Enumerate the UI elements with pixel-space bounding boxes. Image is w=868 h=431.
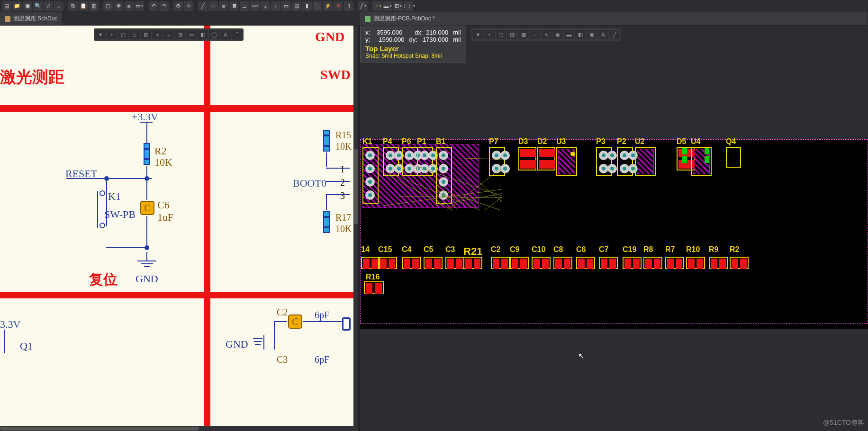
component-r8[interactable]	[643, 257, 662, 269]
filter-sheetentry-icon[interactable]: ◧	[198, 30, 208, 39]
component-r16[interactable]	[364, 281, 384, 294]
schematic-editor[interactable]: 激光测距 GND SWD +3.3V R2 10K RESET K1 SW-PB	[0, 26, 358, 431]
filter-circle-icon[interactable]: ◯	[209, 30, 219, 39]
component-c6[interactable]: C	[140, 201, 154, 215]
tool-zoom-icon[interactable]: 🔍	[33, 1, 43, 11]
component-d2[interactable]	[537, 147, 555, 171]
component-p3[interactable]	[596, 147, 612, 176]
pcb-filter-funnel-icon[interactable]: ▼	[473, 30, 483, 39]
tool-stack-icon[interactable]: ▥	[89, 1, 99, 11]
tool-zoom-fit-icon[interactable]: ⤢	[44, 1, 53, 11]
component-p1[interactable]	[417, 147, 433, 176]
component-c15[interactable]	[378, 257, 397, 269]
tool-redo-icon[interactable]: ↷	[159, 1, 169, 11]
component-c4[interactable]	[402, 257, 421, 269]
component-r9[interactable]	[709, 257, 728, 269]
component-p6[interactable]	[402, 147, 418, 176]
pcb-editor[interactable]: K1P4P6P1B1P7D3D2U3P3P2U2D5U4Q4 14C15C4C5…	[360, 26, 868, 431]
tool-save-icon[interactable]: ▣	[23, 1, 32, 11]
tool-selection-dropdown[interactable]: ▭	[135, 1, 144, 11]
schematic-canvas[interactable]: 激光测距 GND SWD +3.3V R2 10K RESET K1 SW-PB	[0, 26, 358, 431]
pcb-filter-text-icon[interactable]: A	[598, 30, 608, 39]
component-c9[interactable]	[510, 257, 529, 269]
tool-pwr-icon[interactable]: ↑	[271, 1, 280, 11]
component-p7[interactable]	[489, 147, 505, 176]
pcb-filter-poly-icon[interactable]: ◧	[575, 30, 586, 39]
component-c19[interactable]	[623, 257, 642, 269]
tab-pcb[interactable]: 测温测距-PCB.PcbDoc *	[360, 12, 868, 25]
component-c10[interactable]	[532, 257, 551, 269]
filter-wire-icon[interactable]: ≈	[152, 30, 163, 39]
filter-port-icon[interactable]: ▭	[186, 30, 197, 39]
tool-new-icon[interactable]: ▤	[2, 1, 11, 11]
component-c8[interactable]	[553, 257, 572, 269]
filter-cross-icon[interactable]: +	[107, 30, 117, 39]
component-b1[interactable]	[436, 147, 452, 204]
tool-harness-icon[interactable]: ▮	[302, 1, 312, 11]
component-xtal[interactable]	[342, 317, 351, 331]
tool-noerc-icon[interactable]: ⚡	[323, 1, 333, 11]
pcb-filter-track-icon[interactable]: ⟋	[530, 30, 540, 39]
tool-sig-c-icon[interactable]: ☰	[240, 1, 249, 11]
schematic-vscroll[interactable]	[353, 26, 358, 426]
component-d3[interactable]	[518, 147, 536, 171]
filter-res-icon[interactable]: ▥	[141, 30, 151, 39]
component-c2[interactable]: C	[288, 314, 302, 329]
tool-net-icon[interactable]: ≋	[184, 1, 193, 11]
schematic-hscroll[interactable]	[0, 426, 358, 431]
tool-sheet-icon[interactable]: ▤	[292, 1, 301, 11]
component-c2[interactable]	[491, 257, 510, 269]
filter-param-icon[interactable]: ⊞	[175, 30, 185, 39]
component-u2[interactable]	[635, 147, 656, 176]
filter-rect-icon[interactable]: ▢	[118, 30, 128, 39]
component-p4[interactable]	[383, 147, 399, 176]
tool-align-icon[interactable]: ≡	[124, 1, 134, 11]
tool-cross-red-icon[interactable]: ✕	[334, 1, 343, 11]
tool-line-icon[interactable]: ╱	[358, 1, 368, 11]
pcb-filter-cross-icon[interactable]: +	[484, 30, 495, 39]
pcb-filter-line-icon[interactable]: ╱	[609, 30, 620, 39]
tool-move-icon[interactable]: ✥	[114, 1, 123, 11]
tool-paste-icon[interactable]: 📋	[79, 1, 88, 11]
pcb-filter-room-icon[interactable]: ▣	[587, 30, 597, 39]
pcb-filter-arc-icon[interactable]: ∿	[541, 30, 552, 39]
tool-bus-icon[interactable]: ═	[208, 1, 218, 11]
filter-group-icon[interactable]: ☰	[129, 30, 140, 39]
tool-sig-a-icon[interactable]: ≡	[219, 1, 228, 11]
tool-directive-icon[interactable]: ▯	[344, 1, 353, 11]
component-p2[interactable]	[617, 147, 633, 176]
component-c5[interactable]	[424, 257, 443, 269]
pcb-filter-region-icon[interactable]: ▬	[564, 30, 574, 39]
tool-undo-icon[interactable]: ↶	[149, 1, 158, 11]
component-k1[interactable]	[362, 147, 379, 204]
tool-paint-icon[interactable]: ▬	[383, 1, 392, 11]
pcb-filter-via-icon[interactable]: ◉	[552, 30, 563, 39]
tool-open-icon[interactable]: 📁	[12, 1, 22, 11]
tool-zoom-sel-icon[interactable]: ⌕	[54, 1, 63, 11]
tool-array-icon[interactable]: ⊞	[393, 1, 403, 11]
component-r17[interactable]	[323, 211, 330, 233]
component-c7[interactable]	[599, 257, 618, 269]
tool-sig-b-icon[interactable]: ≣	[229, 1, 239, 11]
tool-dim-icon[interactable]: ⟋	[372, 1, 382, 11]
tool-place-part-icon[interactable]: ⚙	[173, 1, 183, 11]
filter-arc-icon[interactable]: ⌒	[232, 30, 242, 39]
tab-schematic[interactable]: 测温测距.SchDoc	[0, 12, 63, 25]
component-u3[interactable]	[556, 147, 577, 176]
filter-text-icon[interactable]: A	[220, 30, 231, 39]
component-14[interactable]	[361, 257, 380, 269]
tool-device-icon[interactable]: ⬛	[313, 1, 322, 11]
component-r21[interactable]	[463, 257, 482, 269]
tool-wire-icon[interactable]: ╱	[198, 1, 208, 11]
tool-port-icon[interactable]: ▭	[281, 1, 291, 11]
component-r15[interactable]	[323, 130, 330, 152]
component-c6[interactable]	[576, 257, 595, 269]
pcb-filter-comp-icon[interactable]: ▥	[507, 30, 517, 39]
component-r7[interactable]	[665, 257, 684, 269]
component-c3[interactable]	[445, 257, 464, 269]
pcb-filter-rect-icon[interactable]: ▢	[496, 30, 506, 39]
filter-funnel-icon[interactable]: ▼	[95, 30, 106, 39]
component-r2[interactable]	[730, 257, 749, 269]
filter-gnd-icon[interactable]: ⏚	[163, 30, 174, 39]
pcb-filter-pad-icon[interactable]: ▦	[518, 30, 529, 39]
